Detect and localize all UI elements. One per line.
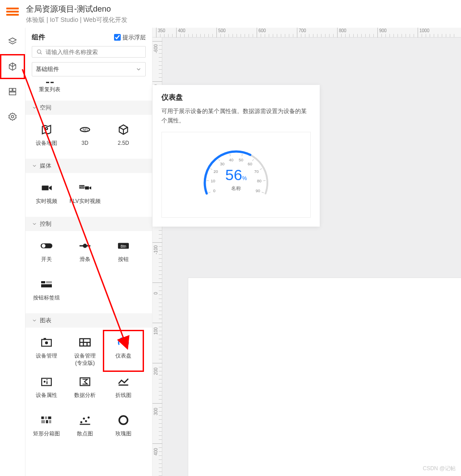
component-label: 2.5D	[118, 140, 129, 147]
component-device-mgmt[interactable]: 设备管理	[27, 331, 66, 371]
gauge-value: 56	[225, 166, 242, 183]
tooltip-desc: 可用于展示设备的某个属性值。数据源需设置为设备的某个属性。	[161, 107, 311, 126]
svg-point-6	[37, 50, 41, 53]
component-label: 开关	[41, 256, 52, 263]
svg-rect-43	[41, 420, 45, 423]
component-label: 设备管理	[74, 353, 96, 360]
svg-marker-16	[89, 186, 91, 190]
component-3d[interactable]: 3D 3D	[66, 118, 104, 157]
rotate-3d-icon: 3D	[77, 123, 93, 136]
component-label: 仪表盘	[115, 353, 131, 360]
gauge-name: 名称	[191, 185, 281, 192]
cube-icon	[115, 123, 131, 136]
chevron-down-icon	[32, 221, 37, 227]
svg-marker-5	[9, 113, 17, 121]
component-2-5d[interactable]: 2.5D	[104, 118, 143, 157]
scatter-icon	[77, 413, 93, 427]
layout-icon[interactable]	[1, 80, 24, 103]
component-label: 设备属性	[36, 392, 57, 399]
heatmap-icon	[38, 413, 55, 427]
chevron-down-icon	[135, 66, 142, 72]
component-btn-tab-group[interactable]: 按钮标签组	[27, 273, 66, 312]
component-device-mgmt-pro[interactable]: 设备管理 (专业版)	[66, 331, 104, 371]
svg-point-8	[46, 127, 48, 130]
component-repeat-list[interactable]: 重复列表	[39, 82, 60, 93]
svg-line-33	[123, 340, 126, 344]
component-label: 玫瑰图	[115, 430, 131, 438]
component-label: 矩形分箱图	[33, 430, 60, 438]
donut-icon	[115, 413, 131, 427]
component-tooltip: 仪表盘 可用于展示设备的某个属性值。数据源需设置为设备的某个属性。 010203…	[152, 85, 320, 227]
svg-rect-45	[49, 420, 51, 423]
info-box-icon	[38, 375, 55, 388]
cube-icon[interactable]	[1, 55, 24, 78]
svg-point-48	[85, 420, 87, 422]
gauge-preview: 0102030405060708090 56% 名称	[191, 140, 281, 212]
component-device-attr[interactable]: 设备属性	[27, 371, 66, 409]
svg-rect-44	[46, 420, 48, 423]
component-live-video[interactable]: 实时视频	[27, 177, 66, 215]
camera-icon	[38, 181, 55, 194]
component-switch[interactable]: 开关	[27, 235, 66, 273]
component-label: 散点图	[77, 430, 93, 438]
svg-rect-2	[13, 88, 16, 91]
svg-line-70	[262, 192, 264, 193]
canvas-page[interactable]	[188, 278, 461, 476]
category-select[interactable]: 基础组件	[32, 62, 146, 76]
component-scroll[interactable]: 重复列表 空间 设备地图 3D 3D 2.5D 媒体	[25, 81, 152, 476]
svg-rect-36	[47, 379, 47, 380]
group-label: 图表	[40, 316, 51, 324]
component-label: 重复列表	[39, 86, 60, 93]
svg-point-20	[83, 244, 87, 248]
layers-icon[interactable]	[1, 30, 24, 53]
group-space[interactable]: 空间	[25, 101, 152, 115]
device-camera-icon	[38, 336, 55, 349]
component-scatter[interactable]: 散点图	[66, 409, 104, 447]
flv-camera-icon: FLV	[77, 181, 93, 194]
component-rose[interactable]: 玫瑰图	[104, 409, 143, 447]
group-media[interactable]: 媒体	[25, 159, 152, 173]
gauge-icon	[115, 336, 131, 349]
component-label: 数据分析	[74, 392, 96, 399]
canvas[interactable]: 3504005006007008009001000 -600-500-400-3…	[152, 28, 461, 476]
component-line-chart[interactable]: 折线图	[104, 371, 143, 409]
page-title: 全局资源项目-测试deno	[26, 4, 127, 14]
line-chart-icon	[115, 375, 131, 388]
svg-rect-41	[45, 417, 47, 419]
component-flv-video[interactable]: FLV FLV实时视频	[66, 177, 104, 215]
panel-title: 组件	[32, 33, 45, 42]
hint-checkbox-input[interactable]	[114, 34, 121, 41]
svg-point-47	[83, 417, 85, 420]
svg-line-60	[230, 154, 230, 156]
search-input-wrap[interactable]	[32, 46, 146, 58]
component-label: 折线图	[115, 392, 131, 399]
svg-rect-25	[41, 284, 52, 287]
svg-point-49	[88, 417, 90, 419]
hint-checkbox-label: 提示浮层	[123, 34, 146, 42]
component-gauge[interactable]: 仪表盘	[104, 331, 143, 371]
hint-checkbox[interactable]: 提示浮层	[114, 34, 146, 42]
grid-icon	[77, 336, 93, 349]
svg-text:50: 50	[239, 158, 243, 162]
svg-text:Btn: Btn	[121, 244, 127, 249]
toggle-icon	[38, 239, 55, 253]
component-data-analysis[interactable]: 数据分析	[66, 371, 104, 409]
menu-icon[interactable]	[6, 6, 19, 19]
svg-line-52	[208, 192, 211, 193]
component-label: 设备地图	[36, 140, 57, 147]
component-label: 实时视频	[36, 198, 57, 205]
search-input[interactable]	[46, 49, 142, 55]
gear-icon[interactable]	[1, 105, 24, 128]
group-chart[interactable]: 图表	[25, 313, 152, 328]
component-button[interactable]: Btn 按钮	[104, 235, 143, 273]
group-control[interactable]: 控制	[25, 217, 152, 231]
component-box-plot[interactable]: 矩形分箱图	[27, 409, 66, 447]
svg-rect-15	[85, 186, 89, 190]
component-label: 滑条	[80, 256, 90, 263]
component-label: 设备管理	[36, 353, 57, 360]
svg-text:FLV: FLV	[80, 185, 85, 188]
svg-rect-37	[47, 381, 47, 384]
component-device-map[interactable]: 设备地图	[27, 118, 66, 157]
component-slider[interactable]: 滑条	[66, 235, 104, 273]
svg-point-46	[80, 421, 83, 423]
